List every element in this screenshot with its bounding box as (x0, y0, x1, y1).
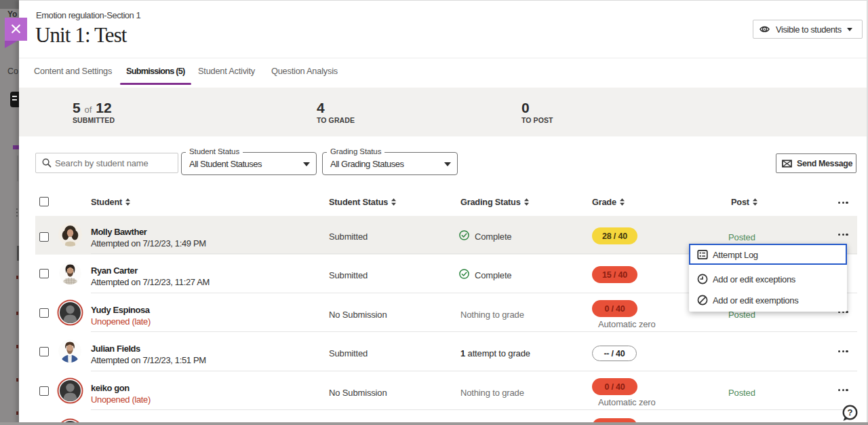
svg-text:?: ? (848, 407, 853, 418)
